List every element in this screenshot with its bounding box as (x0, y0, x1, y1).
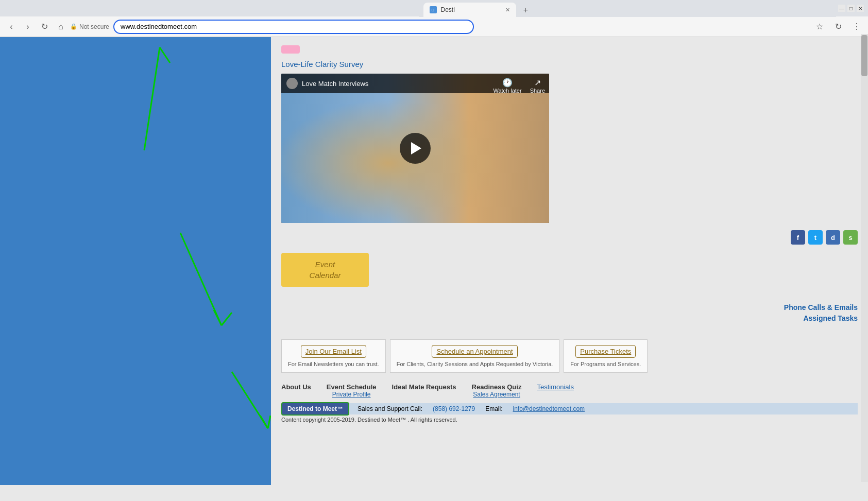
purchase-tickets-button[interactable]: Purchase Tickets (575, 345, 636, 358)
nav-bar: ‹ › ↻ ⌂ 🔒 Not secure ☆ ↻ ⋮ (0, 16, 868, 37)
svg-line-5 (232, 372, 268, 428)
bookmark-button[interactable]: ☆ (812, 20, 827, 34)
facebook-icon[interactable]: f (791, 230, 805, 245)
footer-nav-ideal-label[interactable]: Ideal Mate Requests (392, 383, 456, 391)
phone-emails-line1: Phone Calls & Emails (281, 302, 858, 313)
footer-nav-about-label[interactable]: About Us (281, 383, 311, 391)
footer-nav-event-label[interactable]: Event Schedule (327, 383, 377, 391)
maximize-button[interactable]: □ (847, 5, 855, 12)
footer-phone: (858) 692-1279 (433, 405, 475, 412)
svg-line-4 (222, 313, 232, 325)
address-bar[interactable] (113, 20, 474, 34)
video-avatar (286, 78, 298, 89)
arrows-svg (0, 37, 271, 485)
footer-nav-readiness-label[interactable]: Readiness Quiz (472, 383, 522, 391)
purchase-tickets-desc: For Programs and Services. (570, 361, 641, 367)
schedule-appt-desc: For Clients, Clarity Sessions and Appts … (397, 361, 553, 367)
footer-nav-event-sub[interactable]: Private Profile (327, 391, 377, 398)
share-icon: ↗ (530, 78, 545, 88)
window-controls: — □ ✕ (838, 5, 864, 12)
new-tab-button[interactable]: + (519, 4, 533, 17)
survey-link[interactable]: Love-Life Clarity Survey (281, 60, 858, 68)
browser-tab[interactable]: D Desti ✕ (423, 3, 516, 17)
event-label-line1: Event (315, 260, 335, 269)
video-container[interactable]: Love Match Interviews 🕐 Watch later ↗ Sh… (281, 74, 549, 223)
schedule-appt-card: Schedule an Appointment For Clients, Cla… (390, 339, 560, 373)
share-button[interactable]: ↗ Share (530, 78, 545, 94)
watch-later-label: Watch later (493, 88, 521, 94)
back-button[interactable]: ‹ (4, 20, 19, 34)
footer-nav-testimonials: Testimonials (537, 383, 574, 398)
main-content: Love-Life Clarity Survey Love Match Inte… (271, 37, 868, 485)
action-buttons-row: Join Our Email List For Email Newsletter… (281, 339, 858, 373)
top-button-area (281, 42, 858, 54)
play-button[interactable] (400, 133, 431, 164)
footer-nav-event: Event Schedule Private Profile (327, 383, 377, 398)
svg-line-7 (268, 416, 270, 428)
minimize-button[interactable]: — (838, 5, 845, 12)
event-label-line2: Calendar (310, 271, 341, 280)
join-email-button[interactable]: Join Our Email List (301, 345, 366, 358)
scroll-thumb[interactable] (861, 35, 867, 76)
tab-favicon: D (430, 6, 437, 13)
svg-line-3 (214, 310, 222, 325)
schedule-appt-button[interactable]: Schedule an Appointment (432, 345, 517, 358)
svg-line-6 (260, 416, 268, 428)
watch-later-button[interactable]: 🕐 Watch later (493, 78, 521, 94)
footer-nav-readiness-sub[interactable]: Sales Agreement (472, 391, 522, 398)
footer-brand-button[interactable]: Destined to Meet™ (281, 402, 349, 416)
svg-line-2 (180, 233, 222, 325)
top-pink-button[interactable] (281, 45, 300, 54)
left-sidebar (0, 37, 271, 485)
footer-nav-testimonials-label[interactable]: Testimonials (537, 383, 574, 391)
home-button[interactable]: ⌂ (54, 20, 68, 34)
stumbleupon-icon[interactable]: s (843, 230, 858, 245)
purchase-tickets-card: Purchase Tickets For Programs and Servic… (564, 339, 648, 373)
delicious-icon[interactable]: d (826, 230, 840, 245)
footer-nav: About Us Event Schedule Private Profile … (281, 383, 858, 398)
phone-emails-title: Phone Calls & Emails Assigned Tasks (281, 302, 858, 324)
footer-contact-area: Sales and Support Call: (858) 692-1279 E… (349, 403, 858, 414)
footer-copyright: Content copyright 2005-2019. Destined to… (281, 417, 858, 423)
footer-nav-ideal: Ideal Mate Requests (392, 383, 456, 398)
watch-later-icon: 🕐 (493, 78, 521, 88)
video-title: Love Match Interviews (302, 80, 368, 88)
footer-email-label: Email: (485, 405, 502, 412)
play-triangle-icon (411, 142, 421, 154)
tab-title: Desti (441, 6, 455, 13)
share-label: Share (530, 88, 545, 94)
scrollbar[interactable] (861, 34, 868, 482)
phone-emails-section: Phone Calls & Emails Assigned Tasks (281, 302, 858, 324)
footer-email-link[interactable]: info@destinedtomeet.com (513, 405, 585, 412)
footer-nav-readiness: Readiness Quiz Sales Agreement (472, 383, 522, 398)
join-email-desc: For Email Newsletters you can trust. (288, 361, 379, 367)
twitter-icon[interactable]: t (808, 230, 823, 245)
footer-nav-about: About Us (281, 383, 311, 398)
bottom-footer: Destined to Meet™ Sales and Support Call… (281, 402, 858, 416)
page-wrapper: Love-Life Clarity Survey Love Match Inte… (0, 37, 868, 485)
video-controls-top: 🕐 Watch later ↗ Share (493, 78, 545, 94)
title-bar: D Desti ✕ + — □ ✕ (0, 0, 868, 16)
join-email-card: Join Our Email List For Email Newsletter… (281, 339, 386, 373)
svg-line-0 (144, 47, 160, 150)
refresh-button[interactable]: ↻ (37, 20, 52, 34)
footer-support-label: Sales and Support Call: (358, 405, 422, 412)
event-calendar-button[interactable]: Event Calendar (281, 253, 369, 287)
tab-close-button[interactable]: ✕ (505, 7, 510, 13)
close-button[interactable]: ✕ (857, 5, 864, 12)
svg-line-1 (160, 47, 170, 63)
menu-button[interactable]: ⋮ (849, 20, 864, 34)
zoom-button[interactable]: ↻ (831, 20, 845, 34)
social-icons-row: f t d s (281, 230, 858, 245)
forward-button[interactable]: › (21, 20, 35, 34)
phone-emails-line2: Assigned Tasks (281, 313, 858, 324)
